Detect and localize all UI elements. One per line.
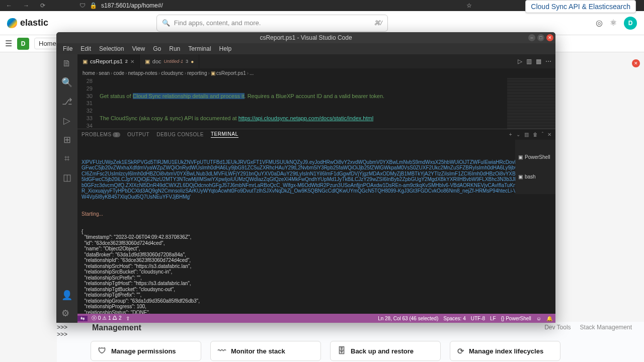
elastic-logo[interactable]: elastic: [7, 18, 48, 28]
status-ports-icon[interactable]: ⇪: [126, 316, 130, 321]
minimize-button[interactable]: –: [528, 34, 535, 41]
docker-icon[interactable]: ◫: [63, 172, 71, 183]
layout-icon[interactable]: ▦: [536, 58, 541, 65]
forward-button[interactable]: →: [21, 1, 31, 10]
heartbeat-icon: 〰: [218, 346, 226, 355]
menu-go[interactable]: Go: [149, 44, 165, 53]
terminal-token: XlPVFUzUWpZek1ESkRPVGd5TlRJMU1EUkZNVFpUT…: [82, 159, 551, 200]
elastic-header: elastic 🔍 Find apps, content, and more. …: [0, 11, 644, 35]
tab-close-icon[interactable]: ✕: [130, 59, 134, 64]
card-lifecycle[interactable]: ⟳Manage index lifecycles: [450, 341, 560, 361]
search-icon[interactable]: 🔍: [61, 77, 72, 88]
remote-icon[interactable]: ⌗: [64, 153, 69, 164]
tab-debug-console[interactable]: DEBUG CONSOLE: [156, 132, 204, 137]
management-links: Dev Tools Stack Management: [544, 324, 632, 331]
split-icon[interactable]: ▥: [526, 58, 532, 65]
account-icon[interactable]: 👤: [61, 290, 72, 301]
dev-tools-link[interactable]: Dev Tools: [544, 324, 571, 331]
split-terminal-icon[interactable]: ▥: [524, 132, 529, 137]
powershell-icon: ▣: [83, 58, 88, 65]
status-errors[interactable]: ⓧ 0 ⚠ 1 🛆 2: [92, 315, 122, 322]
vscode-window: csReport.ps1 - Visual Studio Code – □ ✕ …: [56, 32, 555, 323]
line-gutter: 2829303132333435: [77, 77, 97, 129]
user-avatar[interactable]: D: [624, 17, 637, 30]
run-icon[interactable]: ▷: [518, 58, 522, 65]
terminal-output[interactable]: ▣PowerShell ▣bash XlPVFUzUWpZek1ESkRPVGd…: [77, 140, 555, 314]
header-actions: ◎ ⚛ D: [596, 17, 637, 30]
panel-tabs: PROBLEMS3 OUTPUT DEBUG CONSOLE TERMINAL …: [77, 129, 555, 140]
maximize-button[interactable]: □: [537, 34, 544, 41]
search-placeholder: Find apps, content, and more.: [174, 19, 261, 27]
global-search[interactable]: 🔍 Find apps, content, and more. ⌘/: [156, 15, 388, 32]
ps-icon: ▣: [518, 154, 523, 160]
address-bar[interactable]: 🛡 🔒 s187:5601/app/home#/: [54, 2, 459, 9]
source-control-icon[interactable]: ⎇: [62, 96, 72, 107]
tab-csreport[interactable]: ▣ csReport.ps1 2 ✕: [77, 54, 140, 68]
tab-output[interactable]: OUTPUT: [127, 132, 149, 137]
menu-file[interactable]: File: [59, 44, 76, 53]
status-selection[interactable]: Ln 28, Col 63 (46 selected): [378, 316, 438, 321]
terminal-dropdown-icon[interactable]: ⌄: [516, 132, 520, 137]
close-button[interactable]: ✕: [546, 34, 553, 41]
help-icon[interactable]: ◎: [596, 18, 603, 28]
editor-tabs: ▣ csReport.ps1 2 ✕ ▣ doc Untitled-1 3 ● …: [77, 54, 555, 68]
settings-icon[interactable]: ⚙: [61, 308, 72, 319]
close-button[interactable]: ✕: [632, 59, 640, 67]
url-text: s187:5601/app/home#/: [101, 2, 163, 9]
menu-selection[interactable]: Selection: [96, 44, 127, 53]
cycle-icon: ⟳: [457, 346, 464, 356]
menu-terminal[interactable]: Terminal: [185, 44, 214, 53]
tab-terminal[interactable]: TERMINAL: [211, 131, 238, 138]
remote-indicator[interactable]: ⇆: [77, 316, 88, 321]
card-permissions[interactable]: 🛡Manage permissions: [91, 341, 201, 361]
debug-icon[interactable]: ▷: [63, 115, 70, 126]
notification-bubble[interactable]: Cloud Sync API & Elasticsearch: [525, 0, 636, 13]
tab-problems[interactable]: PROBLEMS3: [82, 132, 120, 137]
explorer-icon[interactable]: 🗎: [62, 58, 71, 69]
status-bell-icon[interactable]: 🔔: [546, 316, 552, 321]
hamburger-icon[interactable]: ☰: [5, 39, 12, 48]
code-content[interactable]: Get status of Cloud Sync relationship de…: [97, 77, 555, 129]
shell-powershell[interactable]: ▣PowerShell: [517, 153, 553, 161]
shield-icon: 🛡: [98, 346, 106, 355]
status-eol[interactable]: LF: [490, 316, 496, 321]
status-spaces[interactable]: Spaces: 4: [443, 316, 465, 321]
more-icon[interactable]: ⋯: [545, 58, 551, 65]
code-editor[interactable]: 2829303132333435 Get status of Cloud Syn…: [77, 77, 555, 129]
reload-button[interactable]: ⟳: [38, 1, 47, 10]
lock-icon: 🔒: [90, 2, 97, 9]
status-encoding[interactable]: UTF-8: [471, 316, 485, 321]
newsfeed-icon[interactable]: ⚛: [610, 18, 617, 28]
card-monitor[interactable]: 〰Monitor the stack: [210, 341, 321, 361]
tab-doc[interactable]: ▣ doc Untitled-1 3 ●: [140, 54, 199, 68]
status-feedback-icon[interactable]: ☺: [536, 316, 541, 321]
maximize-panel-icon[interactable]: ˆ: [542, 132, 543, 137]
terminal-list: ▣PowerShell ▣bash: [515, 140, 555, 194]
breadcrumb[interactable]: home › sean › code › netapp-notes › clou…: [77, 68, 555, 77]
vscode-menubar: File Edit Selection View Go Run Terminal…: [56, 43, 555, 54]
back-button[interactable]: ←: [4, 1, 14, 10]
new-terminal-icon[interactable]: +: [509, 132, 512, 137]
close-panel-icon[interactable]: ✕: [547, 132, 551, 137]
status-lang[interactable]: {} PowerShell: [501, 316, 531, 321]
space-badge[interactable]: D: [17, 38, 29, 50]
card-backup[interactable]: 🗄Back up and restore: [330, 341, 441, 361]
archive-icon: 🗄: [338, 346, 346, 355]
shell-bash[interactable]: ▣bash: [517, 173, 553, 181]
menu-edit[interactable]: Edit: [77, 44, 95, 53]
file-icon: ▣: [145, 58, 150, 65]
stack-mgmt-link[interactable]: Stack Management: [580, 324, 632, 331]
extensions-icon[interactable]: ⊞: [63, 134, 71, 145]
menu-run[interactable]: Run: [166, 44, 184, 53]
elastic-brand-text: elastic: [20, 18, 48, 28]
menu-help[interactable]: Help: [216, 44, 235, 53]
vscode-titlebar[interactable]: csReport.ps1 - Visual Studio Code – □ ✕: [56, 32, 555, 43]
minimap[interactable]: [507, 77, 555, 129]
menu-view[interactable]: View: [128, 44, 148, 53]
kill-terminal-icon[interactable]: 🗑: [533, 132, 538, 137]
shield-icon: 🛡: [79, 2, 86, 9]
tab-dirty-icon: ●: [191, 59, 194, 64]
bookmark-icon[interactable]: ☆: [466, 2, 472, 9]
window-title: csReport.ps1 - Visual Studio Code: [260, 34, 352, 41]
search-shortcut-icon: ⌘/: [374, 19, 382, 27]
